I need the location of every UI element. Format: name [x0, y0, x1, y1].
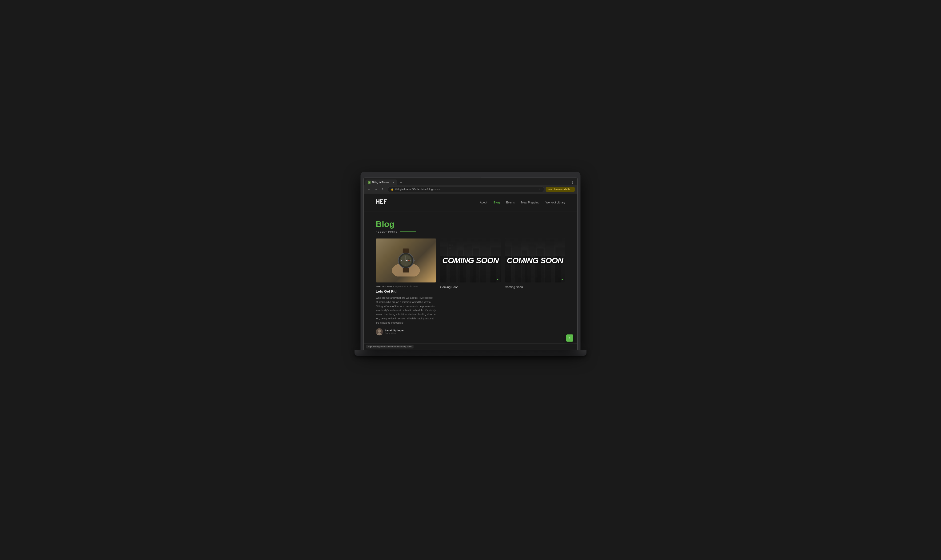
url-bar[interactable]: 🔒 fittinginfitness.fit/index.html#blog-p… [388, 186, 544, 192]
laptop-base [354, 350, 587, 355]
url-lock-icon: 🔒 [391, 188, 394, 191]
svg-rect-8 [384, 200, 387, 200]
post-excerpt-1: Who are we and what are we about? Five c… [376, 296, 436, 325]
main-content: Blog RECENT POSTS [364, 211, 577, 343]
post-headline-1[interactable]: Lets Get Fit! [376, 289, 436, 294]
nav-meal-prepping[interactable]: Meal Prepping [521, 201, 539, 204]
laptop-screen: F Fitting in Fitness ✕ + ⋮ ← → ↻ 🔒 fitti… [363, 178, 578, 350]
active-tab[interactable]: F Fitting in Fitness ✕ [365, 180, 397, 185]
author-info-1: Ledell Springer Copy Writer [385, 329, 404, 334]
site-nav: About Blog Events Meal Prepping Workout … [364, 194, 577, 211]
svg-point-26 [377, 333, 382, 335]
coming-soon-text-2: Coming Soon [442, 256, 499, 265]
tab-title: Fitting in Fitness [372, 181, 389, 184]
status-bar: https://fittinginfitness.fit/index.html#… [364, 343, 577, 349]
scroll-top-button[interactable]: ↑ [566, 334, 573, 342]
tab-bar: F Fitting in Fitness ✕ + ⋮ [364, 178, 577, 185]
author-avatar-1 [376, 328, 383, 335]
svg-rect-43 [556, 248, 565, 283]
svg-rect-18 [401, 260, 402, 261]
svg-rect-33 [491, 248, 501, 283]
post-card-1: INTRODUCTION • September 17th, 2024 Lets… [376, 238, 436, 335]
coming-soon-text-3: Coming Soon [507, 256, 563, 265]
post-image-1[interactable] [376, 238, 436, 283]
svg-rect-31 [473, 249, 479, 283]
nav-events[interactable]: Events [506, 201, 515, 204]
svg-rect-34 [449, 245, 451, 246]
website-content: About Blog Events Meal Prepping Workout … [364, 194, 577, 350]
browser-chrome: F Fitting in Fitness ✕ + ⋮ ← → ↻ 🔒 fitti… [364, 178, 577, 194]
coming-soon-image-2: Coming Soon [440, 238, 501, 283]
coming-soon-label-2: Coming Soon [440, 285, 501, 289]
laptop-notch [459, 175, 482, 178]
post-date-1: • September 17th, 2024 [393, 285, 418, 288]
recent-posts-label: RECENT POSTS [376, 231, 565, 233]
nav-workout-library[interactable]: Workout Library [545, 201, 565, 204]
coming-soon-label-3: Coming Soon [505, 285, 565, 289]
blog-page-title: Blog [376, 220, 565, 229]
laptop-shell: F Fitting in Fitness ✕ + ⋮ ← → ↻ 🔒 fitti… [360, 172, 581, 350]
svg-rect-24 [413, 260, 415, 261]
bookmark-icon[interactable]: ☆ [539, 188, 541, 191]
nav-links: About Blog Events Meal Prepping Workout … [480, 201, 565, 204]
watch-svg [390, 245, 422, 277]
svg-rect-35 [451, 245, 453, 246]
chrome-update-text: New Chrome available [548, 188, 570, 191]
tab-favicon: F [368, 181, 371, 184]
svg-rect-6 [380, 203, 383, 204]
recent-posts-divider [400, 232, 416, 232]
status-url: https://fittinginfitness.fit/index.html#… [366, 345, 414, 348]
author-name-1: Ledell Springer [385, 329, 404, 332]
new-tab-button[interactable]: + [398, 180, 404, 185]
svg-rect-1 [376, 202, 379, 202]
coming-soon-image-3: Coming Soon [505, 238, 565, 283]
svg-point-25 [378, 329, 381, 333]
svg-rect-4 [380, 200, 383, 200]
logo-svg [376, 198, 388, 206]
watch-image [376, 238, 436, 283]
author-role-1: Copy Writer [385, 332, 404, 334]
nav-about[interactable]: About [480, 201, 487, 204]
svg-rect-2 [379, 200, 379, 204]
post-card-3: Coming Soon Coming Soon [505, 238, 565, 289]
forward-button[interactable]: → [373, 186, 379, 192]
svg-rect-29 [457, 251, 463, 283]
nav-blog[interactable]: Blog [494, 201, 500, 204]
tab-menu-button[interactable]: ⋮ [569, 180, 576, 185]
post-meta-1: INTRODUCTION • September 17th, 2024 [376, 285, 436, 288]
svg-rect-9 [384, 202, 386, 202]
svg-rect-41 [537, 249, 544, 283]
url-text: fittinginfitness.fit/index.html#blog-pos… [395, 188, 537, 191]
svg-rect-36 [449, 248, 451, 249]
tab-close-button[interactable]: ✕ [392, 181, 395, 184]
address-bar: ← → ↻ 🔒 fittinginfitness.fit/index.html#… [364, 185, 577, 194]
chrome-update-banner[interactable]: New Chrome available ⋮ [546, 187, 575, 192]
svg-rect-39 [522, 251, 527, 283]
site-logo [376, 198, 388, 207]
recent-posts-text: RECENT POSTS [376, 231, 397, 233]
post-card-2: Coming Soon Coming Soon [440, 238, 501, 289]
chrome-update-icon: ⋮ [571, 188, 573, 191]
refresh-button[interactable]: ↻ [380, 186, 386, 192]
blog-grid: INTRODUCTION • September 17th, 2024 Lets… [376, 238, 565, 335]
svg-rect-17 [406, 265, 406, 266]
post-image-2[interactable]: Coming Soon [440, 238, 501, 283]
svg-rect-5 [380, 202, 382, 202]
post-author-1: Ledell Springer Copy Writer [376, 328, 436, 335]
back-button[interactable]: ← [366, 186, 372, 192]
post-image-3[interactable]: Coming Soon [505, 238, 565, 283]
post-tag-1: INTRODUCTION [376, 286, 392, 288]
